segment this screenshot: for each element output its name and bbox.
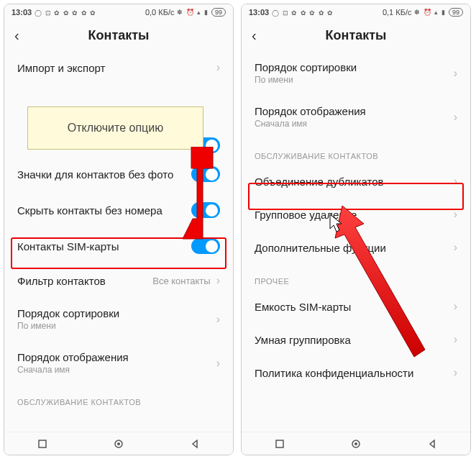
- back-icon[interactable]: ‹: [14, 27, 29, 44]
- row-hide-no-number[interactable]: Скрыть контакты без номера: [4, 192, 233, 228]
- chevron-right-icon: ›: [454, 366, 457, 379]
- sublabel: Сначала имя: [17, 365, 216, 375]
- highlight-box: [11, 237, 226, 269]
- chevron-right-icon: ›: [454, 300, 457, 313]
- svg-point-5: [354, 442, 357, 445]
- nav-home-icon[interactable]: [351, 439, 361, 449]
- label: Порядок отображения: [255, 105, 454, 117]
- back-icon[interactable]: ‹: [252, 27, 266, 44]
- chevron-right-icon: ›: [216, 313, 220, 326]
- status-icons-right: ✽ ⏰ ▴ ▮: [177, 9, 209, 16]
- status-battery: 99: [449, 8, 463, 17]
- nav-recent-icon[interactable]: [37, 439, 47, 449]
- row-display[interactable]: Порядок отображения Сначала имя ›: [4, 341, 233, 385]
- label: Фильтр контактов: [17, 275, 152, 287]
- value: Все контакты: [152, 276, 210, 286]
- status-net: 0,0 КБ/с: [145, 8, 175, 17]
- callout-tooltip: Отключите опцию: [27, 106, 203, 150]
- label: Импорт и экспорт: [17, 62, 216, 74]
- label: Порядок отображения: [17, 351, 216, 363]
- label: Емкость SIM-карты: [255, 301, 454, 313]
- row-sort[interactable]: Порядок сортировки По имени ›: [4, 297, 233, 341]
- label: Значки для контактов без фото: [17, 168, 191, 181]
- row-smart-group[interactable]: Умная группировка ›: [242, 323, 470, 356]
- label: Умная группировка: [255, 334, 454, 346]
- section-header-service: ОБСЛУЖИВАНИЕ КОНТАКТОВ: [4, 385, 233, 411]
- status-net: 0,1 КБ/с: [383, 8, 412, 17]
- navbar: [4, 432, 233, 455]
- label: Политика конфиденциальности: [255, 367, 454, 379]
- row-privacy[interactable]: Политика конфиденциальности ›: [242, 356, 470, 389]
- header: ‹ Контакты: [4, 20, 233, 51]
- chevron-right-icon: ›: [454, 67, 457, 80]
- row-display[interactable]: Порядок отображения Сначала имя ›: [242, 95, 470, 139]
- svg-rect-0: [39, 440, 46, 447]
- chevron-right-icon: ›: [216, 274, 220, 287]
- sublabel: По имени: [255, 75, 454, 85]
- statusbar: 13:03 ◯ ⊡ ✿ ✿ ✿ ✿ ✿ 0,0 КБ/с ✽ ⏰ ▴ ▮ 99: [4, 4, 233, 20]
- row-sim-capacity[interactable]: Емкость SIM-карты ›: [242, 290, 470, 323]
- status-icons-left: ◯ ⊡ ✿ ✿ ✿ ✿ ✿: [35, 9, 96, 17]
- nav-back-icon[interactable]: [190, 439, 200, 449]
- status-icons-right: ✽ ⏰ ▴ ▮: [414, 9, 446, 16]
- phone-left: 13:03 ◯ ⊡ ✿ ✿ ✿ ✿ ✿ 0,0 КБ/с ✽ ⏰ ▴ ▮ 99 …: [4, 4, 234, 455]
- settings-list: Порядок сортировки По имени › Порядок от…: [242, 51, 470, 432]
- statusbar: 13:03 ◯ ⊡ ✿ ✿ ✿ ✿ ✿ 0,1 КБ/с ✽ ⏰ ▴ ▮ 99: [242, 4, 470, 20]
- status-time: 13:03: [249, 8, 269, 17]
- callout-text: Отключите опцию: [68, 122, 163, 135]
- highlight-box: [248, 183, 464, 210]
- phone-right: 13:03 ◯ ⊡ ✿ ✿ ✿ ✿ ✿ 0,1 КБ/с ✽ ⏰ ▴ ▮ 99 …: [241, 4, 471, 455]
- chevron-right-icon: ›: [216, 357, 220, 370]
- row-additional[interactable]: Дополнительные функции ›: [242, 231, 470, 264]
- row-icons-no-photo[interactable]: Значки для контактов без фото: [4, 156, 233, 192]
- nav-back-icon[interactable]: [427, 439, 437, 449]
- label: Групповое удаление: [255, 209, 454, 221]
- header: ‹ Контакты: [242, 20, 470, 51]
- svg-point-2: [117, 442, 120, 445]
- sublabel: По имени: [17, 321, 216, 331]
- nav-recent-icon[interactable]: [275, 439, 285, 449]
- toggle[interactable]: [191, 166, 220, 182]
- section-header-service: ОБСЛУЖИВАНИЕ КОНТАКТОВ: [242, 139, 470, 165]
- page-title: Контакты: [266, 28, 446, 43]
- row-sort[interactable]: Порядок сортировки По имени ›: [242, 51, 470, 95]
- label: Порядок сортировки: [17, 307, 216, 319]
- page-title: Контакты: [29, 28, 209, 43]
- navbar: [242, 432, 470, 455]
- chevron-right-icon: ›: [454, 111, 457, 124]
- status-time: 13:03: [12, 8, 32, 17]
- sublabel: Сначала имя: [255, 119, 454, 129]
- label: Дополнительные функции: [255, 242, 454, 254]
- nav-home-icon[interactable]: [114, 439, 124, 449]
- toggle[interactable]: [191, 202, 220, 218]
- row-import-export[interactable]: Импорт и экспорт ›: [4, 51, 233, 84]
- status-icons-left: ◯ ⊡ ✿ ✿ ✿ ✿ ✿: [272, 9, 334, 17]
- chevron-right-icon: ›: [454, 241, 457, 254]
- chevron-right-icon: ›: [216, 61, 220, 74]
- label: Порядок сортировки: [255, 61, 454, 73]
- label: Скрыть контакты без номера: [17, 204, 191, 217]
- svg-rect-3: [276, 440, 283, 447]
- status-battery: 99: [211, 8, 226, 17]
- section-header-other: ПРОЧЕЕ: [242, 264, 470, 290]
- chevron-right-icon: ›: [454, 333, 457, 346]
